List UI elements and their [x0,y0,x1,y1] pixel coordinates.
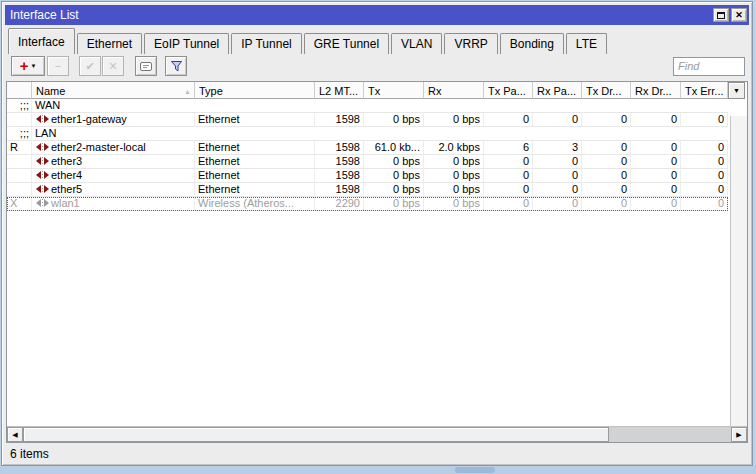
tab-ip-tunnel[interactable]: IP Tunnel [231,33,301,54]
header-label: Tx Err... [685,85,724,97]
titlebar[interactable]: Interface List ✕ [5,5,749,25]
scroll-right-button[interactable]: ▶ [731,427,747,442]
comment-button[interactable] [135,56,157,76]
scroll-left-button[interactable]: ◀ [7,427,23,442]
row-rx-drop: 0 [631,155,681,169]
interface-icon [36,115,49,124]
tab-gre-tunnel[interactable]: GRE Tunnel [304,33,389,54]
horizontal-scrollbar-thumb[interactable] [23,427,609,442]
restore-button[interactable] [713,8,729,22]
header-rx[interactable]: Rx [424,82,484,99]
row-rx-drop: 0 [631,169,681,183]
add-dropdown-icon: ▼ [30,63,36,69]
items-count: 6 items [10,447,49,461]
row-tx-error: 0 [681,113,728,127]
row-tx-packet: 0 [484,197,533,211]
header-name[interactable]: Name ▲ [32,82,195,99]
restore-icon [717,12,725,19]
interface-name: ether2-master-local [51,141,146,154]
comment-text: LAN [32,127,728,141]
horizontal-scrollbar-track[interactable] [609,427,731,442]
header-tx-drop[interactable]: Tx Dr... [582,82,631,99]
tab-label: Bonding [510,37,554,51]
table-row-ether2-master-local[interactable]: R ether2-master-local Ethernet 1598 61.0… [7,141,728,155]
row-tx: 61.0 kb... [364,141,424,155]
header-rx-drop[interactable]: Rx Dr... [631,82,681,99]
header-tx[interactable]: Tx [364,82,424,99]
row-rx-drop: 0 [631,197,681,211]
row-rx-drop: 0 [631,183,681,197]
row-type: Ethernet [195,155,315,169]
tab-lte[interactable]: LTE [566,33,607,54]
row-l2mtu: 1598 [315,183,364,197]
row-tx-drop: 0 [582,155,631,169]
add-button[interactable]: + ▼ [11,56,45,76]
header-label: Rx Pa... [537,85,576,97]
interface-icon [36,199,49,208]
interface-name: ether1-gateway [51,113,127,126]
tab-interface[interactable]: Interface [8,28,75,54]
filter-funnel-icon [170,60,183,73]
row-name: ether3 [32,155,195,169]
header-flags[interactable] [7,82,32,99]
row-tx-drop: 0 [582,113,631,127]
row-rx: 2.0 kbps [424,141,484,155]
filter-button[interactable] [165,56,187,76]
header-rx-packet[interactable]: Rx Pa... [533,82,582,99]
disable-button[interactable]: ✕ [102,56,124,76]
close-button[interactable]: ✕ [731,8,747,22]
comment-icon [140,62,152,71]
tab-bar: Interface Ethernet EoIP Tunnel IP Tunnel… [5,25,749,54]
row-tx-error: 0 [681,141,728,155]
comment-row-lan[interactable]: ;;; LAN [7,127,728,141]
row-tx: 0 bps [364,113,424,127]
table-row-ether4[interactable]: ether4 Ethernet 1598 0 bps 0 bps 0 0 0 0… [7,169,728,183]
interface-name: wlan1 [51,197,80,210]
row-rx-packet: 0 [533,197,582,211]
tab-vlan[interactable]: VLAN [391,33,442,54]
row-flag: X [7,197,32,211]
background-window-strip [0,465,756,474]
tab-bonding[interactable]: Bonding [500,33,564,54]
vertical-scrollbar[interactable] [730,116,747,426]
row-l2mtu: 1598 [315,155,364,169]
tab-label: VRRP [454,37,487,51]
table-row-ether5[interactable]: ether5 Ethernet 1598 0 bps 0 bps 0 0 0 0… [7,183,728,197]
tab-vrrp[interactable]: VRRP [444,33,497,54]
header-label: L2 MT... [319,85,358,97]
scroll-right-icon: ▶ [736,431,741,439]
comment-row-wan[interactable]: ;;; WAN [7,99,728,113]
row-rx: 0 bps [424,183,484,197]
row-tx-packet: 0 [484,113,533,127]
table-row-wlan1[interactable]: X wlan1 Wireless (Atheros... 2290 0 bps … [7,197,728,211]
row-tx-drop: 0 [582,169,631,183]
enable-button[interactable]: ✔ [79,56,101,76]
row-rx-packet: 0 [533,169,582,183]
header-type[interactable]: Type [195,82,315,99]
row-type: Wireless (Atheros... [195,197,315,211]
row-tx-drop: 0 [582,141,631,155]
column-select-button[interactable]: ▼ [728,82,745,99]
tab-ethernet[interactable]: Ethernet [77,33,142,54]
row-flag [7,155,32,169]
row-type: Ethernet [195,183,315,197]
window-title: Interface List [10,8,711,22]
tab-eoip-tunnel[interactable]: EoIP Tunnel [144,33,229,54]
header-label: Tx Pa... [488,85,526,97]
table-row-ether1-gateway[interactable]: ether1-gateway Ethernet 1598 0 bps 0 bps… [7,113,728,127]
row-tx-error: 0 [681,183,728,197]
row-tx-drop: 0 [582,197,631,211]
horizontal-scrollbar[interactable]: ◀ ▶ [7,426,747,442]
find-input[interactable] [673,57,745,76]
row-tx: 0 bps [364,183,424,197]
row-rx-packet: 3 [533,141,582,155]
header-label: Rx Dr... [635,85,672,97]
tab-label: Interface [18,35,65,49]
header-tx-error[interactable]: Tx Err... [681,82,728,99]
row-tx-packet: 0 [484,183,533,197]
header-l2mtu[interactable]: L2 MT... [315,82,364,99]
header-tx-packet[interactable]: Tx Pa... [484,82,533,99]
remove-button[interactable]: − [47,56,69,76]
status-bar: 6 items [5,443,749,462]
table-row-ether3[interactable]: ether3 Ethernet 1598 0 bps 0 bps 0 0 0 0… [7,155,728,169]
